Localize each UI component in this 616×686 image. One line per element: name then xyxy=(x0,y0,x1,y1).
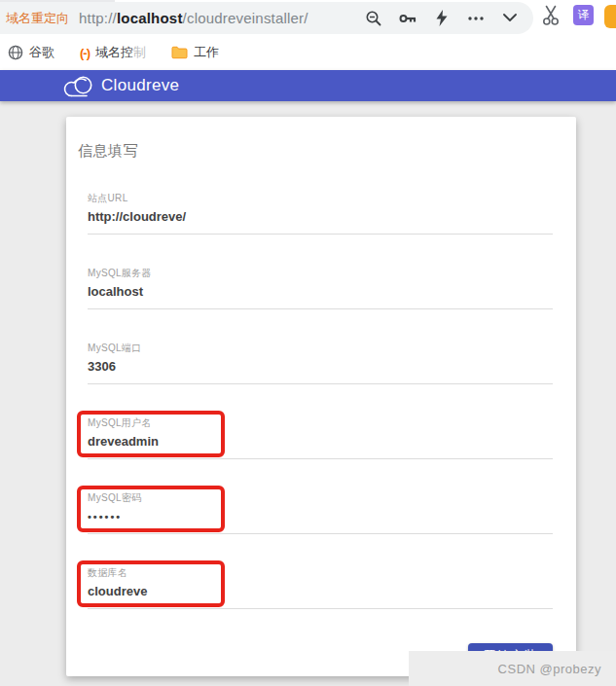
form-fields: 站点URL http://cloudreve/ MySQL服务器 localho… xyxy=(78,194,553,609)
bookmark-label: 谷歌 xyxy=(29,44,54,61)
mysql-port-input[interactable]: 3306 xyxy=(88,359,553,384)
extension-shield-icon[interactable] xyxy=(604,5,616,28)
mysql-username-input[interactable]: dreveadmin xyxy=(88,434,553,459)
bookmark-label: 工作 xyxy=(194,44,219,61)
url-text[interactable]: http://localhost/cloudreveinstaller/ xyxy=(79,10,308,26)
field-label: MySQL服务器 xyxy=(88,269,553,278)
field-label: MySQL密码 xyxy=(88,493,553,503)
scissors-icon[interactable] xyxy=(541,6,561,25)
ellipsis-icon[interactable] xyxy=(466,9,486,28)
password-key-icon[interactable] xyxy=(398,9,417,28)
field-label: 站点URL xyxy=(88,194,553,203)
address-bar[interactable]: 域名重定向 http://localhost/cloudreveinstalle… xyxy=(0,2,533,34)
cloudreve-brand: Cloudreve xyxy=(60,73,179,98)
app-header: Cloudreve xyxy=(0,70,616,101)
url-scheme: http:// xyxy=(79,10,117,26)
brand-name: Cloudreve xyxy=(101,76,179,95)
bookmark-domain-control[interactable]: (-) 域名控制 xyxy=(80,44,146,61)
cloud-logo-icon xyxy=(60,73,97,98)
bookmark-work-folder[interactable]: 工作 xyxy=(171,44,219,61)
field-mysql-password: MySQL密码 •••••• xyxy=(88,493,553,534)
url-path: /cloudreveinstaller/ xyxy=(183,10,308,26)
field-label: 数据库名 xyxy=(88,568,553,578)
redirect-extension-label: 域名重定向 xyxy=(6,10,69,27)
field-label: MySQL端口 xyxy=(88,343,553,353)
mysql-password-input[interactable]: •••••• xyxy=(88,509,553,534)
field-site-url: 站点URL http://cloudreve/ xyxy=(88,194,553,235)
chevron-down-icon[interactable] xyxy=(500,9,520,28)
field-label: MySQL用户名 xyxy=(88,418,553,428)
brackets-icon: (-) xyxy=(80,46,90,60)
install-form-card: 信息填写 站点URL http://cloudreve/ MySQL服务器 lo… xyxy=(66,117,576,676)
browser-toolbar: 域名重定向 http://localhost/cloudreveinstalle… xyxy=(0,0,616,35)
form-title: 信息填写 xyxy=(78,142,553,161)
lightning-icon[interactable] xyxy=(432,9,452,28)
site-url-input[interactable]: http://cloudreve/ xyxy=(88,209,553,235)
mysql-server-input[interactable]: localhost xyxy=(88,284,553,309)
field-mysql-username: MySQL用户名 dreveadmin xyxy=(88,418,553,459)
field-database-name: 数据库名 cloudreve xyxy=(88,568,553,609)
bookmarks-bar: 谷歌 (-) 域名控制 工作 xyxy=(0,35,616,70)
zoom-out-icon[interactable] xyxy=(364,9,383,28)
bookmark-google[interactable]: 谷歌 xyxy=(8,44,54,61)
watermark-patch: CSDN @probezy xyxy=(409,651,616,686)
folder-icon xyxy=(171,46,188,59)
bookmark-label: 域名控制 xyxy=(95,44,146,61)
globe-icon xyxy=(8,45,23,60)
database-name-input[interactable]: cloudreve xyxy=(88,584,553,609)
translate-icon[interactable]: 译 xyxy=(573,5,594,25)
field-mysql-port: MySQL端口 3306 xyxy=(88,343,553,384)
csdn-watermark: CSDN @probezy xyxy=(498,662,601,676)
field-mysql-server: MySQL服务器 localhost xyxy=(88,269,553,309)
url-host: localhost xyxy=(117,10,183,26)
